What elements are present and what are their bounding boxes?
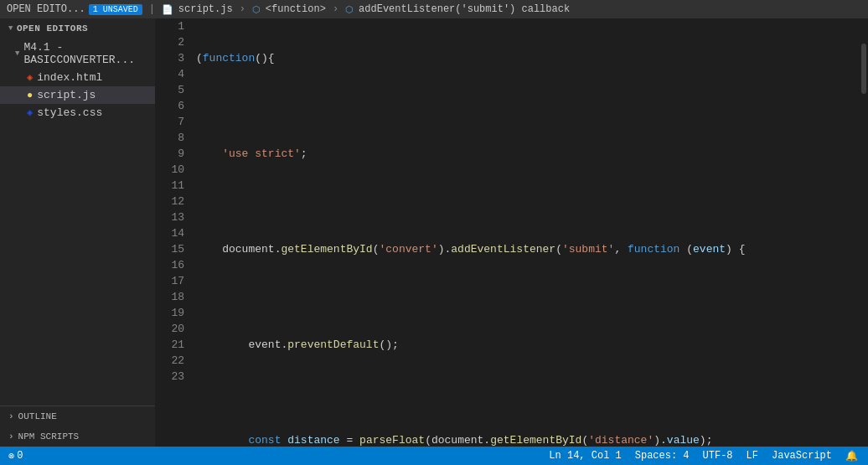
- error-number: 0: [17, 450, 23, 462]
- open-editors-header[interactable]: ▼ OPEN EDITORS: [0, 18, 155, 39]
- function-icon: ⬡: [252, 4, 261, 15]
- line-7: event.preventDefault();: [193, 337, 860, 353]
- breadcrumb-function[interactable]: <function>: [266, 3, 326, 15]
- title-bar: OPEN EDITO... 1 UNSAVED | 📄 script.js › …: [0, 0, 868, 18]
- open-editors-section: OPEN EDITO... 1 UNSAVED: [7, 3, 142, 15]
- line-6: [193, 289, 860, 305]
- folder-name: M4.1 - BASICCONVERTER...: [23, 41, 148, 66]
- js-file-icon: ●: [27, 90, 33, 101]
- outline-label: OUTLINE: [18, 411, 57, 421]
- file-item-css[interactable]: ◈ styles.css: [0, 104, 155, 121]
- line-numbers: 12345 678910 1112131415 1617181920 21222…: [155, 18, 193, 447]
- outline-section[interactable]: › OUTLINE: [0, 406, 155, 426]
- npm-label: NPM SCRIPTS: [18, 431, 80, 442]
- file-item-js[interactable]: ● script.js: [0, 86, 155, 104]
- sidebar: ▼ OPEN EDITORS ▼ M4.1 - BASICCONVERTER..…: [0, 18, 155, 447]
- status-left: ⊗ 0: [0, 450, 31, 462]
- code-lines[interactable]: (function(){ 'use strict'; document.getE…: [193, 18, 860, 447]
- html-filename: index.html: [37, 71, 102, 84]
- scroll-indicator: [860, 18, 868, 447]
- status-right: Ln 14, Col 1 Spaces: 4 UTF-8 LF JavaScri…: [539, 450, 868, 462]
- breadcrumb-callback[interactable]: addEventListener('submit') callback: [359, 3, 570, 15]
- line-3: 'use strict';: [193, 146, 860, 162]
- error-count[interactable]: ⊗ 0: [8, 450, 23, 462]
- breadcrumb-filename[interactable]: script.js: [178, 3, 233, 15]
- callback-icon: ⬡: [345, 4, 354, 15]
- npm-scripts-section[interactable]: › NPM SCRIPTS: [0, 426, 155, 447]
- line-ending[interactable]: LF: [747, 450, 758, 462]
- scroll-thumb: [861, 44, 866, 94]
- line-9: const distance = parseFloat(document.get…: [193, 432, 860, 447]
- open-editors-chevron: ▼: [8, 24, 13, 33]
- html-file-icon: ◈: [27, 71, 33, 84]
- unsaved-badge: 1 UNSAVED: [89, 4, 142, 15]
- line-2: [193, 98, 860, 114]
- folder-chevron: ▼: [15, 49, 19, 58]
- breadcrumb-sep1: |: [149, 3, 155, 15]
- line-8: [193, 385, 860, 400]
- outline-chevron: ›: [8, 411, 14, 421]
- folder-item[interactable]: ▼ M4.1 - BASICCONVERTER...: [0, 39, 155, 69]
- status-bar: ⊗ 0 Ln 14, Col 1 Spaces: 4 UTF-8 LF Java…: [0, 447, 868, 465]
- bell-icon[interactable]: 🔔: [845, 450, 858, 462]
- css-file-icon: ◈: [27, 106, 33, 119]
- sidebar-bottom: › OUTLINE › NPM SCRIPTS: [0, 406, 155, 447]
- cursor-position[interactable]: Ln 14, Col 1: [549, 450, 621, 462]
- line-4: [193, 194, 860, 209]
- open-editors-header-label: OPEN EDITORS: [17, 23, 88, 34]
- breadcrumb-arrow2: ›: [333, 3, 338, 15]
- line-1: (function(){: [193, 50, 860, 66]
- error-icon: ⊗: [8, 450, 14, 462]
- file-item-html[interactable]: ◈ index.html: [0, 69, 155, 86]
- npm-chevron: ›: [8, 431, 14, 442]
- main-layout: ▼ OPEN EDITORS ▼ M4.1 - BASICCONVERTER..…: [0, 18, 868, 447]
- code-container[interactable]: 12345 678910 1112131415 1617181920 21222…: [155, 18, 868, 447]
- file-icon: 📄: [162, 4, 173, 15]
- language-mode[interactable]: JavaScript: [772, 450, 832, 462]
- js-filename: script.js: [37, 89, 96, 101]
- open-editors-label: OPEN EDITO...: [7, 3, 85, 15]
- spaces-setting[interactable]: Spaces: 4: [635, 450, 690, 462]
- editor-area: 12345 678910 1112131415 1617181920 21222…: [155, 18, 868, 447]
- breadcrumb-arrow1: ›: [240, 3, 245, 15]
- encoding[interactable]: UTF-8: [703, 450, 733, 462]
- line-5: document.getElementById('convert').addEv…: [193, 241, 860, 257]
- css-filename: styles.css: [37, 106, 102, 119]
